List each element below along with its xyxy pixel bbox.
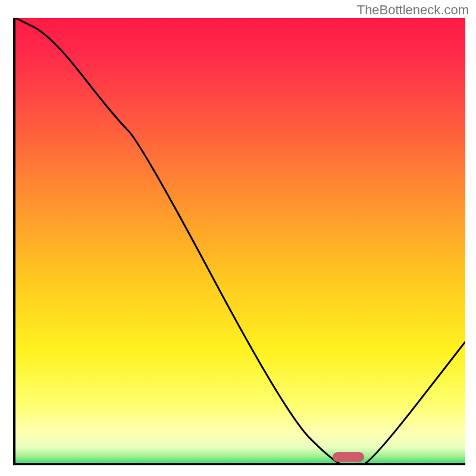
optimal-marker <box>333 452 364 462</box>
plot-inner <box>15 18 465 463</box>
chart-area <box>13 18 465 465</box>
watermark-text: TheBottleneck.com <box>357 2 469 18</box>
line-curve <box>15 18 465 463</box>
